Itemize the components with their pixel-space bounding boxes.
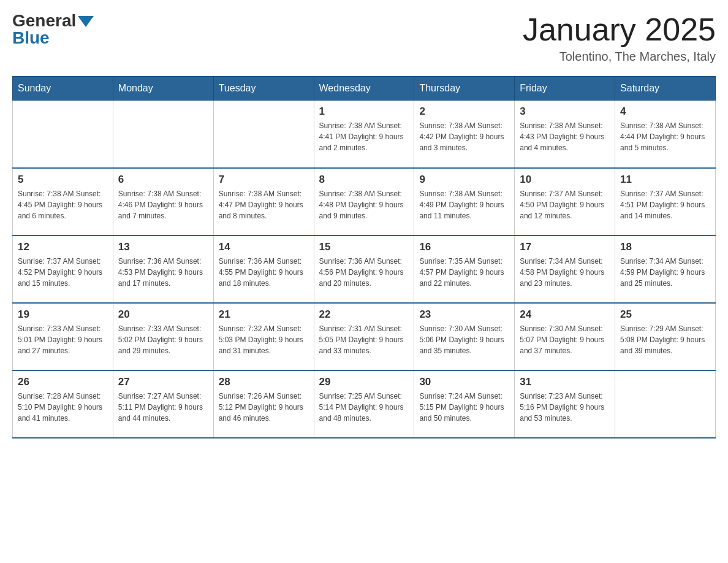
day-number: 4	[620, 105, 710, 118]
calendar-cell: 18Sunrise: 7:34 AM Sunset: 4:59 PM Dayli…	[615, 236, 716, 303]
day-number: 16	[419, 241, 509, 253]
day-number: 21	[219, 308, 309, 321]
day-number: 5	[18, 174, 108, 186]
calendar-cell: 28Sunrise: 7:26 AM Sunset: 5:12 PM Dayli…	[213, 370, 314, 438]
day-number: 9	[419, 174, 509, 186]
calendar-cell	[615, 370, 716, 438]
day-number: 6	[118, 174, 208, 186]
day-info: Sunrise: 7:36 AM Sunset: 4:53 PM Dayligh…	[118, 256, 208, 289]
day-number: 23	[419, 308, 509, 321]
calendar-cell: 13Sunrise: 7:36 AM Sunset: 4:53 PM Dayli…	[113, 236, 213, 303]
day-info: Sunrise: 7:38 AM Sunset: 4:41 PM Dayligh…	[319, 120, 409, 153]
calendar-table: SundayMondayTuesdayWednesdayThursdayFrid…	[12, 76, 716, 439]
calendar-cell: 8Sunrise: 7:38 AM Sunset: 4:48 PM Daylig…	[314, 168, 414, 236]
header-sunday: Sunday	[13, 77, 113, 101]
calendar-cell: 11Sunrise: 7:37 AM Sunset: 4:51 PM Dayli…	[615, 168, 716, 236]
day-info: Sunrise: 7:23 AM Sunset: 5:16 PM Dayligh…	[520, 391, 610, 424]
day-number: 14	[219, 241, 309, 253]
day-number: 8	[319, 174, 409, 186]
header-friday: Friday	[515, 77, 615, 101]
logo-general-text: General	[12, 12, 76, 29]
day-info: Sunrise: 7:36 AM Sunset: 4:55 PM Dayligh…	[219, 256, 309, 289]
calendar-cell: 27Sunrise: 7:27 AM Sunset: 5:11 PM Dayli…	[113, 370, 213, 438]
calendar-cell: 1Sunrise: 7:38 AM Sunset: 4:41 PM Daylig…	[314, 101, 414, 168]
calendar-cell	[113, 101, 213, 168]
page-header: General Blue January 2025 Tolentino, The…	[12, 12, 716, 64]
day-info: Sunrise: 7:33 AM Sunset: 5:01 PM Dayligh…	[18, 323, 108, 356]
calendar-cell: 7Sunrise: 7:38 AM Sunset: 4:47 PM Daylig…	[213, 168, 314, 236]
calendar-cell: 15Sunrise: 7:36 AM Sunset: 4:56 PM Dayli…	[314, 236, 414, 303]
week-row-1: 1Sunrise: 7:38 AM Sunset: 4:41 PM Daylig…	[13, 101, 716, 168]
day-number: 7	[219, 174, 309, 186]
day-number: 20	[118, 308, 208, 321]
calendar-cell: 9Sunrise: 7:38 AM Sunset: 4:49 PM Daylig…	[414, 168, 515, 236]
calendar-cell: 6Sunrise: 7:38 AM Sunset: 4:46 PM Daylig…	[113, 168, 213, 236]
day-number: 3	[520, 105, 610, 118]
day-number: 22	[319, 308, 409, 321]
calendar-cell: 12Sunrise: 7:37 AM Sunset: 4:52 PM Dayli…	[13, 236, 113, 303]
day-info: Sunrise: 7:38 AM Sunset: 4:44 PM Dayligh…	[620, 120, 710, 153]
calendar-cell: 2Sunrise: 7:38 AM Sunset: 4:42 PM Daylig…	[414, 101, 515, 168]
day-info: Sunrise: 7:26 AM Sunset: 5:12 PM Dayligh…	[219, 391, 309, 424]
calendar-cell: 29Sunrise: 7:25 AM Sunset: 5:14 PM Dayli…	[314, 370, 414, 438]
day-number: 24	[520, 308, 610, 321]
day-number: 28	[219, 376, 309, 388]
day-info: Sunrise: 7:34 AM Sunset: 4:58 PM Dayligh…	[520, 256, 610, 289]
calendar-cell: 24Sunrise: 7:30 AM Sunset: 5:07 PM Dayli…	[515, 303, 615, 370]
calendar-cell: 14Sunrise: 7:36 AM Sunset: 4:55 PM Dayli…	[213, 236, 314, 303]
calendar-cell: 31Sunrise: 7:23 AM Sunset: 5:16 PM Dayli…	[515, 370, 615, 438]
day-info: Sunrise: 7:37 AM Sunset: 4:51 PM Dayligh…	[620, 188, 710, 221]
calendar-cell: 17Sunrise: 7:34 AM Sunset: 4:58 PM Dayli…	[515, 236, 615, 303]
day-info: Sunrise: 7:31 AM Sunset: 5:05 PM Dayligh…	[319, 323, 409, 356]
day-info: Sunrise: 7:34 AM Sunset: 4:59 PM Dayligh…	[620, 256, 710, 289]
calendar-cell: 26Sunrise: 7:28 AM Sunset: 5:10 PM Dayli…	[13, 370, 113, 438]
header-monday: Monday	[113, 77, 213, 101]
calendar-cell: 4Sunrise: 7:38 AM Sunset: 4:44 PM Daylig…	[615, 101, 716, 168]
day-number: 31	[520, 376, 610, 388]
day-number: 19	[18, 308, 108, 321]
week-row-5: 26Sunrise: 7:28 AM Sunset: 5:10 PM Dayli…	[13, 370, 716, 438]
week-row-2: 5Sunrise: 7:38 AM Sunset: 4:45 PM Daylig…	[13, 168, 716, 236]
day-info: Sunrise: 7:27 AM Sunset: 5:11 PM Dayligh…	[118, 391, 208, 424]
calendar-cell: 16Sunrise: 7:35 AM Sunset: 4:57 PM Dayli…	[414, 236, 515, 303]
day-info: Sunrise: 7:38 AM Sunset: 4:48 PM Dayligh…	[319, 188, 409, 221]
day-info: Sunrise: 7:38 AM Sunset: 4:49 PM Dayligh…	[419, 188, 509, 221]
day-info: Sunrise: 7:24 AM Sunset: 5:15 PM Dayligh…	[419, 391, 509, 424]
day-info: Sunrise: 7:38 AM Sunset: 4:42 PM Dayligh…	[419, 120, 509, 153]
day-info: Sunrise: 7:38 AM Sunset: 4:43 PM Dayligh…	[520, 120, 610, 153]
day-number: 10	[520, 174, 610, 186]
logo-blue-text: Blue	[12, 29, 50, 47]
day-info: Sunrise: 7:30 AM Sunset: 5:07 PM Dayligh…	[520, 323, 610, 356]
calendar-cell: 25Sunrise: 7:29 AM Sunset: 5:08 PM Dayli…	[615, 303, 716, 370]
day-info: Sunrise: 7:38 AM Sunset: 4:47 PM Dayligh…	[219, 188, 309, 221]
calendar-cell: 30Sunrise: 7:24 AM Sunset: 5:15 PM Dayli…	[414, 370, 515, 438]
day-info: Sunrise: 7:36 AM Sunset: 4:56 PM Dayligh…	[319, 256, 409, 289]
calendar-cell: 20Sunrise: 7:33 AM Sunset: 5:02 PM Dayli…	[113, 303, 213, 370]
header-wednesday: Wednesday	[314, 77, 414, 101]
day-number: 26	[18, 376, 108, 388]
day-info: Sunrise: 7:30 AM Sunset: 5:06 PM Dayligh…	[419, 323, 509, 356]
day-info: Sunrise: 7:38 AM Sunset: 4:45 PM Dayligh…	[18, 188, 108, 221]
day-number: 25	[620, 308, 710, 321]
day-info: Sunrise: 7:37 AM Sunset: 4:50 PM Dayligh…	[520, 188, 610, 221]
logo: General Blue	[12, 12, 94, 47]
calendar-cell: 3Sunrise: 7:38 AM Sunset: 4:43 PM Daylig…	[515, 101, 615, 168]
header-tuesday: Tuesday	[213, 77, 314, 101]
title-block: January 2025 Tolentino, The Marches, Ita…	[523, 12, 716, 64]
calendar-cell: 10Sunrise: 7:37 AM Sunset: 4:50 PM Dayli…	[515, 168, 615, 236]
calendar-cell: 19Sunrise: 7:33 AM Sunset: 5:01 PM Dayli…	[13, 303, 113, 370]
day-number: 17	[520, 241, 610, 253]
day-number: 2	[419, 105, 509, 118]
day-info: Sunrise: 7:33 AM Sunset: 5:02 PM Dayligh…	[118, 323, 208, 356]
week-row-3: 12Sunrise: 7:37 AM Sunset: 4:52 PM Dayli…	[13, 236, 716, 303]
calendar-cell	[13, 101, 113, 168]
header-thursday: Thursday	[414, 77, 515, 101]
month-title: January 2025	[523, 12, 716, 47]
day-info: Sunrise: 7:25 AM Sunset: 5:14 PM Dayligh…	[319, 391, 409, 424]
day-number: 13	[118, 241, 208, 253]
day-number: 27	[118, 376, 208, 388]
calendar-cell: 21Sunrise: 7:32 AM Sunset: 5:03 PM Dayli…	[213, 303, 314, 370]
calendar-header-row: SundayMondayTuesdayWednesdayThursdayFrid…	[13, 77, 716, 101]
calendar-cell: 5Sunrise: 7:38 AM Sunset: 4:45 PM Daylig…	[13, 168, 113, 236]
week-row-4: 19Sunrise: 7:33 AM Sunset: 5:01 PM Dayli…	[13, 303, 716, 370]
